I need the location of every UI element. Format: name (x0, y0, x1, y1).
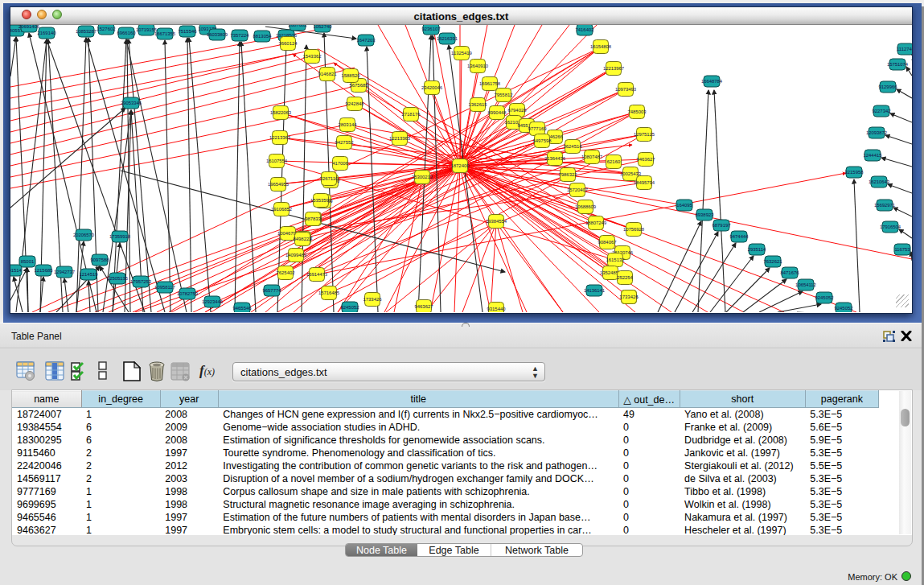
svg-text:9657774: 9657774 (263, 288, 282, 293)
svg-text:15692971: 15692971 (874, 203, 895, 208)
svg-text:8498222: 8498222 (294, 237, 312, 241)
svg-text:417006: 417006 (332, 161, 348, 166)
svg-text:16216391: 16216391 (437, 36, 458, 41)
svg-text:12923446: 12923446 (202, 299, 224, 304)
svg-text:14099489: 14099489 (285, 253, 306, 257)
svg-text:7485003: 7485003 (628, 109, 647, 114)
svg-text:9146821: 9146821 (318, 72, 337, 76)
svg-text:16961758: 16961758 (479, 81, 501, 86)
svg-text:9463627: 9463627 (415, 304, 433, 309)
svg-text:9227342: 9227342 (873, 109, 891, 113)
svg-text:10756928: 10756928 (623, 227, 645, 232)
svg-text:10654112: 10654112 (795, 282, 816, 287)
svg-text:9245052: 9245052 (835, 306, 853, 311)
svg-text:1733426: 1733426 (620, 295, 639, 299)
svg-text:1588520: 1588520 (342, 73, 361, 78)
svg-text:13640910: 13640910 (467, 64, 489, 68)
svg-text:6966160: 6966160 (117, 31, 137, 35)
svg-text:2803144: 2803144 (339, 122, 358, 127)
svg-text:1543362: 1543362 (303, 54, 322, 59)
svg-text:9474444: 9474444 (730, 234, 749, 239)
svg-text:9245052: 9245052 (815, 295, 834, 300)
svg-text:9463627: 9463627 (637, 157, 655, 162)
svg-text:12093872: 12093872 (866, 130, 887, 135)
svg-text:3215958: 3215958 (845, 170, 864, 175)
svg-text:8813054: 8813054 (253, 34, 273, 39)
svg-text:252254: 252254 (617, 275, 633, 280)
svg-text:116753: 116753 (894, 247, 910, 252)
svg-text:1244415: 1244415 (864, 153, 883, 158)
svg-text:6497598: 6497598 (533, 138, 552, 143)
svg-text:8938923: 8938923 (696, 212, 715, 217)
svg-text:6794028: 6794028 (508, 108, 528, 113)
svg-text:3267110: 3267110 (320, 176, 339, 181)
svg-text:21364436: 21364436 (544, 156, 566, 161)
svg-text:9097588: 9097588 (91, 257, 110, 262)
svg-text:2169140: 2169140 (38, 31, 57, 35)
svg-text:23420046: 23420046 (421, 85, 443, 90)
svg-text:12213363: 12213363 (269, 135, 291, 140)
svg-text:1733426: 1733426 (363, 297, 383, 302)
svg-text:12975125: 12975125 (634, 132, 655, 137)
svg-text:2935114: 2935114 (748, 247, 766, 252)
svg-text:9315440: 9315440 (487, 307, 507, 311)
svg-text:29053346: 29053346 (121, 101, 142, 105)
svg-text:9129966: 9129966 (879, 84, 898, 89)
svg-text:7357224: 7357224 (231, 33, 250, 38)
svg-text:3660124: 3660124 (279, 41, 298, 46)
svg-text:9427552: 9427552 (335, 140, 354, 145)
svg-text:9465546: 9465546 (233, 306, 253, 311)
svg-text:10025433: 10025433 (620, 171, 642, 176)
svg-text:20691406: 20691406 (18, 25, 40, 29)
svg-text:15822063: 15822063 (270, 110, 292, 115)
svg-text:18807249: 18807249 (585, 220, 606, 225)
svg-text:10782759: 10782759 (177, 291, 198, 296)
svg-text:9245052: 9245052 (341, 305, 359, 310)
svg-text:1615132: 1615132 (606, 257, 625, 262)
svg-text:6879197: 6879197 (713, 223, 731, 228)
svg-text:1872400: 1872400 (451, 163, 470, 168)
svg-text:12213363: 12213363 (389, 136, 411, 141)
svg-text:19106852: 19106852 (271, 207, 292, 212)
svg-text:18495794: 18495794 (634, 180, 655, 185)
svg-text:8471676: 8471676 (781, 270, 800, 275)
svg-text:19384554: 19384554 (486, 219, 507, 224)
svg-text:62160: 62160 (607, 159, 621, 164)
svg-text:7986322: 7986322 (559, 172, 577, 177)
svg-text:15720407: 15720407 (567, 187, 588, 192)
svg-text:15353593: 15353593 (310, 198, 332, 203)
svg-text:7515546: 7515546 (179, 29, 198, 34)
svg-text:16154808: 16154808 (590, 44, 612, 49)
svg-text:9084067: 9084067 (598, 240, 617, 245)
svg-text:17957253: 17957253 (130, 279, 152, 284)
svg-text:1215685: 1215685 (35, 268, 54, 273)
svg-text:19654955: 19654955 (268, 182, 290, 187)
svg-text:12942737: 12942737 (54, 270, 75, 274)
svg-text:16914473: 16914473 (306, 272, 328, 277)
svg-text:14136141: 14136141 (584, 288, 605, 293)
svg-text:10853287: 10853287 (76, 29, 97, 34)
svg-text:7416402: 7416402 (576, 27, 594, 32)
svg-text:1527602: 1527602 (97, 27, 116, 31)
svg-text:16671355: 16671355 (154, 31, 176, 36)
svg-text:16210643: 16210643 (869, 179, 890, 184)
svg-text:10807487: 10807487 (581, 154, 602, 159)
svg-text:5675685: 5675685 (350, 83, 369, 88)
svg-text:16107554: 16107554 (266, 159, 288, 163)
svg-text:3624514: 3624514 (564, 144, 583, 149)
svg-text:16648784: 16648784 (701, 79, 723, 84)
svg-text:9777169: 9777169 (528, 126, 547, 131)
svg-text:1647203: 1647203 (357, 38, 376, 43)
svg-text:17916504: 17916504 (880, 225, 901, 229)
svg-text:9236107: 9236107 (422, 27, 441, 31)
svg-text:85001: 85001 (21, 259, 34, 264)
svg-text:16033809: 16033809 (207, 32, 228, 37)
svg-text:10958117: 10958117 (154, 285, 175, 290)
svg-text:8990448: 8990448 (488, 110, 507, 115)
svg-text:7955812: 7955812 (495, 93, 513, 97)
svg-text:2718176: 2718176 (402, 112, 421, 117)
svg-text:7632621: 7632621 (764, 259, 782, 264)
svg-text:20206570: 20206570 (73, 233, 95, 237)
svg-text:391514: 391514 (10, 268, 23, 273)
svg-text:164095: 164095 (676, 203, 692, 208)
